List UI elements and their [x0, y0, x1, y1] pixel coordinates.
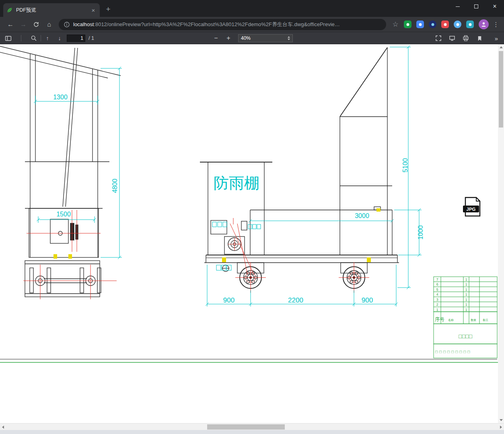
close-icon: × [493, 3, 496, 10]
horizontal-scrollbar[interactable] [0, 423, 504, 430]
omnibox[interactable]: localhost:8012/onlinePreview?url=http%3A… [59, 19, 386, 30]
bookmark-star-icon[interactable]: ☆ [390, 19, 401, 30]
row-qty: 1 [465, 282, 467, 286]
toolbar-divider [41, 35, 41, 41]
profile-avatar[interactable] [479, 19, 489, 29]
presentation-mode-button[interactable] [447, 33, 457, 43]
browser-titlebar: PDF预览 × + × [0, 0, 504, 17]
title-block-text: 7 1 6 1 5 1 4 1 3 1 2 1 1 1 序号 名称 数量 备注 … [435, 278, 488, 354]
header-qty: 数量 [471, 319, 476, 321]
fullscreen-button[interactable] [434, 33, 443, 43]
scroll-right-button[interactable] [498, 424, 504, 430]
bookmark-icon [477, 35, 483, 41]
cad-drawing: 1300 4800 1500 3000 1000 5100 900 2200 9… [0, 44, 498, 423]
find-button[interactable] [29, 33, 39, 43]
person-icon [481, 21, 487, 27]
yellow-markers [53, 208, 381, 262]
extension-icon-4[interactable] [441, 21, 449, 28]
previous-page-button[interactable]: ↑ [43, 33, 52, 43]
row-no: 3 [436, 298, 438, 302]
reload-button[interactable] [31, 20, 41, 29]
page-info-icon[interactable] [64, 21, 70, 28]
zoom-spinner-icon[interactable] [288, 36, 290, 40]
zoom-select[interactable]: 40% [238, 34, 293, 42]
dim-overhang-left: 900 [223, 296, 235, 304]
side-view [0, 47, 497, 359]
dim-platform-length: 3000 [355, 212, 369, 219]
browser-tab[interactable]: PDF预览 × [3, 3, 100, 17]
screen-icon [449, 35, 455, 41]
sidebar-icon [5, 35, 12, 42]
vertical-scrollbar[interactable] [498, 44, 504, 423]
sidebar-toggle-button[interactable] [3, 33, 13, 43]
new-tab-button[interactable]: + [103, 4, 113, 14]
next-page-button[interactable]: ↓ [55, 33, 64, 43]
extension-icon-1[interactable] [404, 21, 411, 28]
minimize-button[interactable] [448, 0, 467, 13]
dim-total-height: 5100 [402, 158, 409, 173]
row-qty: 1 [465, 308, 467, 312]
row-no: 5 [436, 288, 438, 292]
canopy-label: 防雨棚 [214, 175, 259, 191]
maximize-icon [474, 4, 478, 8]
zoom-value: 40% [241, 35, 251, 41]
dim-front-height: 4800 [111, 179, 118, 193]
header-note: 备注 [483, 318, 488, 322]
extension-icon-2[interactable] [416, 21, 424, 28]
row-qty: 1 [465, 278, 467, 282]
tab-close-icon[interactable]: × [90, 7, 97, 13]
drawing-title: □□□□ [459, 333, 472, 339]
dim-overhang-right: 900 [362, 296, 373, 304]
horizontal-scroll-thumb[interactable] [207, 424, 285, 430]
fullscreen-icon [435, 35, 442, 41]
scroll-down-button[interactable] [498, 417, 504, 423]
browser-menu-icon[interactable]: ⋮ [491, 21, 501, 28]
dim-cabinet-width: 1500 [56, 211, 71, 218]
print-button[interactable] [461, 33, 471, 43]
toolbar-divider [21, 35, 21, 41]
row-qty: 1 [465, 302, 467, 306]
title-block-footer: □□□□□□□□□ [435, 350, 471, 354]
vertical-scroll-thumb[interactable] [499, 51, 503, 128]
back-button[interactable]: ← [6, 20, 15, 29]
url-host: localhost [73, 21, 94, 27]
minimize-icon [456, 6, 460, 7]
maximize-button[interactable] [467, 0, 485, 13]
scroll-up-button[interactable] [498, 44, 504, 50]
row-no: 2 [436, 302, 438, 306]
row-no: 1 [436, 308, 438, 312]
page-number-input[interactable] [67, 35, 85, 42]
bookmark-button[interactable] [475, 33, 484, 43]
close-window-button[interactable]: × [485, 0, 504, 13]
header-name: 名称 [448, 319, 454, 322]
extension-icon-3[interactable] [429, 21, 436, 28]
row-qty: 1 [465, 288, 467, 292]
dim-wheelbase: 2200 [288, 296, 303, 304]
extension-icon-6[interactable] [466, 21, 474, 28]
row-no: 7 [436, 278, 438, 282]
extension-icon-5[interactable] [454, 21, 461, 28]
url-rest: :8012/onlinePreview?url=http%3A%2F%2Floc… [94, 21, 339, 27]
pdf-viewer-toolbar: ↑ ↓ / 1 − + 40% » [0, 32, 504, 44]
front-view [0, 46, 121, 297]
header-no: 序号 [435, 317, 444, 322]
row-no: 4 [436, 292, 438, 296]
pdf-page[interactable]: 1300 4800 1500 3000 1000 5100 900 2200 9… [0, 44, 498, 423]
home-button[interactable]: ⌂ [44, 20, 54, 29]
tab-title: PDF预览 [16, 7, 90, 14]
window-controls: × [448, 0, 504, 13]
url-text: localhost:8012/onlinePreview?url=http%3A… [73, 21, 381, 28]
zoom-in-button[interactable]: + [224, 33, 233, 43]
dimension-labels: 1300 4800 1500 3000 1000 5100 900 2200 9… [53, 94, 424, 304]
scroll-left-button[interactable] [0, 424, 6, 430]
more-tools-button[interactable]: » [492, 33, 501, 43]
jpg-label: JPG [466, 207, 475, 212]
row-no: 6 [436, 282, 438, 286]
forward-button[interactable]: → [19, 20, 28, 29]
page-count-label: / 1 [88, 35, 94, 41]
row-qty: 1 [465, 292, 467, 296]
address-bar: ← → ⌂ localhost:8012/onlinePreview?url=h… [0, 17, 504, 32]
printer-icon [463, 35, 469, 41]
row-qty: 1 [465, 298, 467, 302]
zoom-out-button[interactable]: − [211, 33, 221, 43]
